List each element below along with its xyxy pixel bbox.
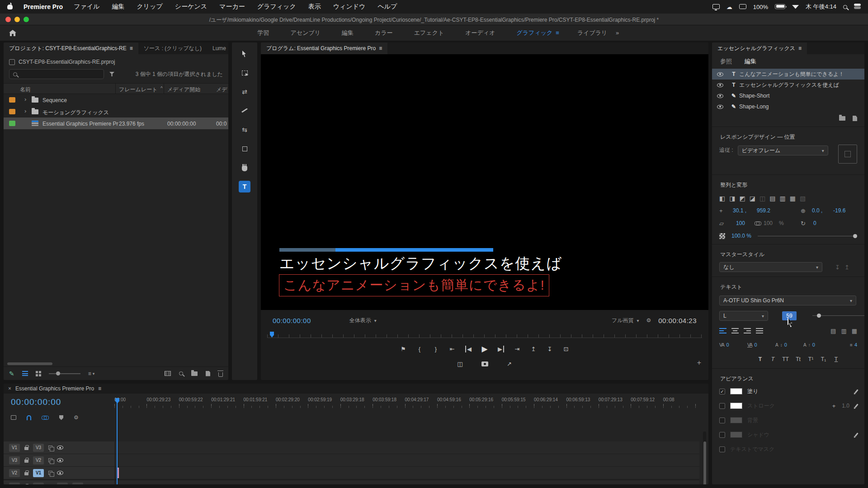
battery-menu[interactable]	[775, 4, 785, 10]
menu-item[interactable]: 編集	[112, 3, 124, 11]
zoom-window-button[interactable]	[24, 17, 29, 22]
timeline-timecode[interactable]: 00:00:00:00	[11, 397, 61, 407]
column-media-start[interactable]: メディア開始	[167, 86, 200, 94]
opacity-value[interactable]: 100.0 %	[731, 233, 751, 239]
font-size-slider-handle[interactable]	[817, 314, 821, 318]
lock-icon[interactable]	[24, 447, 28, 450]
workspace-tab[interactable]: 学習	[258, 29, 273, 37]
workspace-tab[interactable]: エフェクト	[414, 29, 448, 37]
add-marker-icon[interactable]	[59, 415, 63, 420]
track-lane[interactable]	[115, 467, 699, 479]
nest-sequence-icon[interactable]	[11, 415, 16, 420]
text-style-button[interactable]: T	[755, 355, 765, 363]
mask-checkbox[interactable]	[719, 446, 725, 452]
tsume-value[interactable]: 4	[854, 342, 857, 347]
button-editor-plus-icon[interactable]: +	[697, 359, 701, 367]
writable-toggle-icon[interactable]: ✎	[9, 370, 14, 377]
source-patch-button[interactable]: V2	[9, 469, 20, 477]
track-target-button[interactable]: V2	[33, 456, 44, 465]
menu-item[interactable]: ファイル	[74, 3, 99, 11]
source-patch-button[interactable]: A2	[9, 483, 20, 485]
transport-button[interactable]: ↗	[506, 361, 513, 367]
workspace-overflow-icon[interactable]: »	[616, 29, 619, 36]
fill-color-swatch[interactable]	[730, 388, 742, 394]
timeline-settings-icon[interactable]: ⚙	[74, 414, 79, 421]
razor-tool[interactable]	[239, 105, 250, 117]
workspace-tab[interactable]: ライブラリ	[577, 29, 611, 37]
kerning-value[interactable]: 0	[726, 342, 729, 347]
source-patch-button[interactable]: V3	[9, 456, 20, 465]
source-patch-button[interactable]: V1	[9, 444, 20, 452]
menu-item[interactable]: ヘルプ	[377, 3, 397, 11]
visibility-toggle[interactable]	[712, 72, 728, 76]
align-button[interactable]: ◨	[729, 195, 735, 202]
position-y-value[interactable]: 959.2	[757, 207, 770, 214]
expand-chevron-icon[interactable]: ›	[24, 96, 26, 103]
rotation-value[interactable]: 0	[813, 220, 816, 226]
display-menu-icon[interactable]	[712, 4, 720, 10]
cloud-icon[interactable]: ☁	[726, 4, 732, 10]
justify-button[interactable]	[756, 328, 763, 333]
baseline-shift-value[interactable]: 0	[812, 342, 815, 347]
align-left-button[interactable]	[719, 328, 726, 333]
opacity-slider-handle[interactable]	[853, 234, 857, 238]
project-row[interactable]: › モーショングラフィックス	[4, 106, 228, 117]
list-view-icon[interactable]	[22, 371, 28, 376]
linked-selection-icon[interactable]	[42, 416, 49, 419]
lock-icon[interactable]	[24, 472, 28, 475]
project-row[interactable]: Essential Graphics Premiere Pr 23.976 fp…	[4, 117, 228, 129]
label-color-chip[interactable]	[9, 121, 15, 126]
align-button[interactable]: ◧	[719, 195, 725, 202]
sync-lock-icon[interactable]	[48, 446, 52, 450]
transport-button[interactable]: ◀	[465, 346, 472, 352]
align-button[interactable]: ▧	[800, 195, 806, 202]
shadow-checkbox[interactable]	[719, 432, 725, 438]
font-family-dropdown[interactable]: A-OTF UD Shin Go Pr6N▾	[719, 296, 856, 305]
fill-checkbox[interactable]: ✓	[719, 389, 725, 394]
lock-icon[interactable]	[24, 460, 28, 463]
align-center-button[interactable]	[731, 328, 739, 333]
project-row[interactable]: › Sequence	[4, 94, 228, 106]
stroke-color-swatch[interactable]	[730, 403, 742, 409]
text-option-button[interactable]: ▤	[830, 328, 836, 334]
font-size-slider[interactable]	[812, 315, 864, 316]
push-style-icon[interactable]: ↧	[835, 264, 840, 271]
video-frame[interactable]: エッセンシャルグラフィックスを使えば こんなアニメーションも簡単にできるよ!	[261, 54, 708, 310]
transport-button[interactable]: ⇤	[449, 346, 455, 352]
shadow-color-swatch[interactable]	[730, 432, 742, 438]
sync-lock-icon[interactable]	[48, 471, 52, 475]
text-style-button[interactable]: T	[768, 355, 778, 363]
track-target-button[interactable]: V3	[33, 444, 44, 452]
transport-button[interactable]	[481, 361, 488, 366]
label-color-chip[interactable]	[9, 109, 15, 114]
track-output-eye-icon[interactable]	[57, 471, 63, 475]
timeline-playhead[interactable]	[117, 398, 118, 484]
new-layer-icon[interactable]	[853, 116, 857, 121]
menu-item[interactable]: シーケンス	[175, 3, 207, 11]
thumbnail-zoom-slider[interactable]	[49, 373, 80, 374]
transport-button[interactable]: {	[416, 346, 423, 352]
track-select-tool[interactable]	[239, 67, 250, 79]
align-button[interactable]: ◫	[760, 195, 765, 202]
slip-tool[interactable]: ⇆	[239, 124, 250, 136]
transport-button[interactable]: ▶	[498, 346, 504, 352]
panel-menu-icon[interactable]: ≡	[98, 385, 101, 392]
tab-program[interactable]: プログラム: Essential Graphics Premiere Pro≡	[261, 42, 387, 54]
playback-quality-dropdown[interactable]: フル画質▾	[612, 317, 639, 324]
align-button[interactable]: ▥	[779, 195, 785, 202]
text-style-button[interactable]: Tt	[793, 355, 803, 363]
scale-height-value[interactable]: 100	[764, 220, 773, 226]
master-style-dropdown[interactable]: なし▾	[719, 262, 822, 272]
menu-item[interactable]: ウィンドウ	[333, 3, 366, 11]
layer-row[interactable]: T こんなアニメーションも簡単にできるよ！	[712, 69, 864, 80]
spotlight-menu[interactable]	[843, 4, 847, 10]
horizontal-scrollbar[interactable]	[4, 361, 228, 366]
workspace-tab[interactable]: オーディオ	[465, 29, 498, 37]
automate-to-sequence-icon[interactable]	[165, 371, 171, 376]
control-center-menu[interactable]	[854, 3, 861, 11]
filter-icon[interactable]	[109, 72, 114, 76]
expand-chevron-icon[interactable]: ›	[24, 108, 26, 114]
visibility-toggle[interactable]	[712, 105, 728, 109]
menu-item[interactable]: マーカー	[219, 3, 245, 11]
layer-row[interactable]: ✎ Shape-Long	[712, 101, 864, 112]
